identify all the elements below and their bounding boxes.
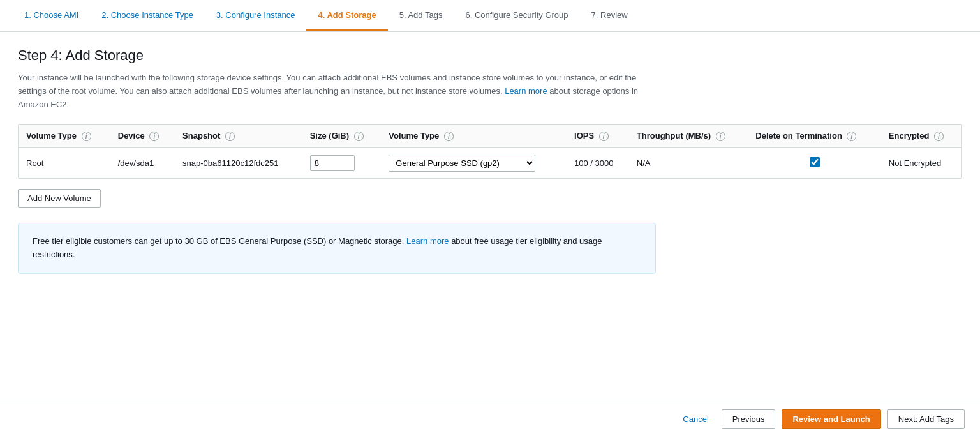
wizard-step-choose-instance-type[interactable]: 2. Choose Instance Type xyxy=(90,0,205,31)
col-header-iops: IOPS i xyxy=(567,125,629,148)
cell-vol-type[interactable]: General Purpose SSD (gp2) Provisioned IO… xyxy=(381,148,567,179)
page-title: Step 4: Add Storage xyxy=(18,47,962,64)
cell-encrypted: Not Encrypted xyxy=(881,148,961,179)
size-info-icon[interactable]: i xyxy=(354,132,364,141)
wizard-step-review[interactable]: 7. Review xyxy=(580,0,639,31)
col-header-vol-type: Volume Type i xyxy=(381,125,567,148)
col-header-delete: Delete on Termination i xyxy=(748,125,881,148)
device-info-icon[interactable]: i xyxy=(149,132,159,141)
cell-iops: 100 / 3000 xyxy=(567,148,629,179)
snapshot-info-icon[interactable]: i xyxy=(225,132,235,141)
cell-throughput: N/A xyxy=(629,148,748,179)
wizard-step-add-tags[interactable]: 5. Add Tags xyxy=(388,0,454,31)
vol-type-info-icon[interactable]: i xyxy=(444,132,454,141)
footer: Cancel Previous Review and Launch Next: … xyxy=(0,400,980,438)
main-content: Step 4: Add Storage Your instance will b… xyxy=(0,32,980,325)
table-header-row: Volume Type i Device i Snapshot i Size (… xyxy=(19,125,961,148)
cancel-button[interactable]: Cancel xyxy=(676,411,715,428)
add-volume-button[interactable]: Add New Volume xyxy=(18,189,101,208)
col-header-device: Device i xyxy=(110,125,175,148)
delete-info-icon[interactable]: i xyxy=(847,132,856,141)
cell-snapshot: snap-0ba61120c12fdc251 xyxy=(175,148,302,179)
learn-more-link[interactable]: Learn more xyxy=(505,86,547,96)
encrypted-info-icon[interactable]: i xyxy=(934,132,944,141)
col-header-volume-type: Volume Type i xyxy=(19,125,110,148)
wizard-navigation: 1. Choose AMI2. Choose Instance Type3. C… xyxy=(0,0,980,32)
free-tier-learn-more-link[interactable]: Learn more xyxy=(406,236,449,246)
col-header-throughput: Throughput (MB/s) i xyxy=(629,125,748,148)
cell-size[interactable] xyxy=(302,148,382,179)
col-header-size: Size (GiB) i xyxy=(302,125,382,148)
cell-volume-type: Root xyxy=(19,148,110,179)
throughput-info-icon[interactable]: i xyxy=(716,132,725,141)
volume-type-info-icon[interactable]: i xyxy=(82,132,91,141)
wizard-step-add-storage[interactable]: 4. Add Storage xyxy=(306,0,387,31)
storage-table: Volume Type i Device i Snapshot i Size (… xyxy=(19,125,961,178)
delete-on-termination-checkbox[interactable] xyxy=(810,157,820,167)
col-header-snapshot: Snapshot i xyxy=(175,125,302,148)
info-text-before: Free tier eligible customers can get up … xyxy=(33,236,404,246)
wizard-step-choose-ami[interactable]: 1. Choose AMI xyxy=(13,0,90,31)
table-row: Root /dev/sda1 snap-0ba61120c12fdc251 Ge… xyxy=(19,148,961,179)
storage-table-wrapper: Volume Type i Device i Snapshot i Size (… xyxy=(18,124,962,179)
review-and-launch-button[interactable]: Review and Launch xyxy=(782,409,880,429)
volume-type-select[interactable]: General Purpose SSD (gp2) Provisioned IO… xyxy=(389,155,535,172)
next-add-tags-button[interactable]: Next: Add Tags xyxy=(887,409,965,429)
wizard-step-configure-instance[interactable]: 3. Configure Instance xyxy=(205,0,307,31)
cell-device: /dev/sda1 xyxy=(110,148,175,179)
info-box: Free tier eligible customers can get up … xyxy=(18,223,656,274)
page-description: Your instance will be launched with the … xyxy=(18,72,656,111)
cell-delete-on-termination[interactable] xyxy=(748,148,881,179)
wizard-step-configure-security-group[interactable]: 6. Configure Security Group xyxy=(454,0,579,31)
size-input[interactable] xyxy=(310,155,355,171)
previous-button[interactable]: Previous xyxy=(722,409,776,429)
col-header-encrypted: Encrypted i xyxy=(881,125,961,148)
iops-info-icon[interactable]: i xyxy=(599,132,609,141)
